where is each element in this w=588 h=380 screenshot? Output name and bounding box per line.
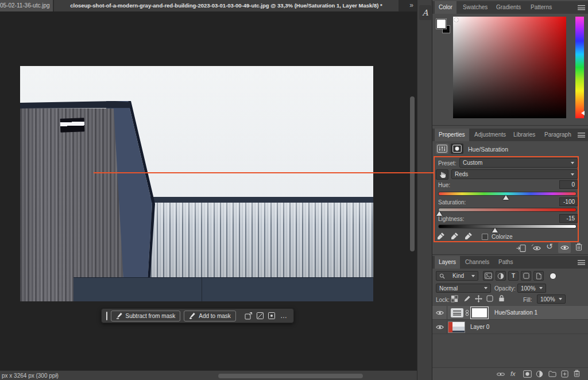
lock-all-button[interactable]	[498, 294, 505, 302]
canvas-vertical-scrollbar[interactable]	[410, 96, 415, 251]
layer-visibility-toggle[interactable]	[432, 320, 447, 334]
canvas-horizontal-scrollbar[interactable]	[218, 374, 363, 378]
saturation-slider-thumb[interactable]	[436, 211, 442, 216]
adjustment-circle-icon	[536, 370, 543, 378]
color-field-cursor[interactable]	[454, 18, 458, 22]
add-to-mask-button[interactable]: Add to mask	[184, 311, 236, 321]
new-layer-button[interactable]	[561, 370, 568, 378]
layer-row-hue-saturation[interactable]: Hue/Saturation 1	[432, 306, 588, 320]
toggle-visibility-button[interactable]	[558, 242, 571, 253]
hue-value-field[interactable]: 0	[559, 180, 578, 189]
invert-mask-button[interactable]	[245, 311, 253, 321]
layer-row-layer0[interactable]: Layer 0	[432, 320, 588, 334]
clip-to-layer-button[interactable]	[516, 244, 526, 253]
filter-adjustment-layers-button[interactable]	[496, 271, 506, 281]
filter-shape-layers-button[interactable]	[521, 271, 531, 281]
channel-dropdown[interactable]: Reds	[451, 169, 578, 179]
lock-transparency-button[interactable]	[451, 295, 458, 303]
more-options-button[interactable]: …	[279, 312, 289, 320]
tab-overflow-icon[interactable]: »	[409, 0, 413, 11]
filter-pixel-layers-button[interactable]	[483, 271, 493, 281]
disable-mask-button[interactable]	[256, 311, 264, 321]
delete-adjustment-button[interactable]	[575, 243, 582, 251]
fill-dropdown[interactable]: 100%	[537, 294, 566, 304]
tab-patterns[interactable]: Patterns	[527, 1, 556, 14]
hue-ramp[interactable]	[575, 17, 584, 118]
hue-ramp-slider[interactable]	[581, 111, 585, 115]
opacity-dropdown[interactable]: 100%	[517, 284, 546, 293]
chevron-down-icon	[471, 275, 475, 277]
color-saturation-field[interactable]	[453, 17, 566, 118]
layer-image-thumbnail[interactable]	[448, 321, 465, 333]
tab-libraries[interactable]: Libraries	[509, 129, 539, 141]
hue-slider-thumb[interactable]	[503, 195, 509, 200]
shape-filter-icon	[523, 273, 529, 279]
blend-mode-dropdown[interactable]: Normal	[436, 284, 491, 293]
layer-effects-button[interactable]: fx	[510, 370, 516, 377]
delete-layer-button[interactable]	[574, 370, 580, 377]
add-layer-mask-button[interactable]	[523, 370, 532, 378]
tab-swatches[interactable]: Swatches	[459, 1, 492, 14]
layer-filter-toggle[interactable]	[550, 273, 556, 280]
foreground-color-swatch[interactable]	[436, 18, 447, 29]
filter-smart-objects-button[interactable]	[533, 271, 544, 281]
eyedropper-button[interactable]	[437, 232, 446, 241]
smart-object-filter-icon	[536, 273, 541, 280]
panel-menu-icon[interactable]	[578, 260, 585, 265]
link-layers-button[interactable]	[497, 372, 505, 377]
tab-paths[interactable]: Paths	[494, 256, 517, 269]
eyedropper-subtract-button[interactable]	[465, 232, 474, 241]
subtract-from-mask-button[interactable]: Subtract from mask	[111, 311, 181, 321]
mask-settings-button[interactable]	[268, 311, 276, 321]
saturation-value-field[interactable]: -100	[559, 197, 578, 206]
saturation-slider-track[interactable]	[438, 208, 577, 212]
layer-name[interactable]: Layer 0	[470, 324, 489, 330]
layer-filter-dropdown[interactable]: Kind	[436, 271, 478, 281]
tab-adjustments[interactable]: Adjustments	[470, 129, 510, 141]
invert-mask-icon	[245, 312, 253, 320]
lightness-value-field[interactable]: -15	[559, 214, 578, 223]
tab-paragraph[interactable]: Paragraph	[540, 129, 575, 141]
tab-color[interactable]: Color	[435, 1, 457, 14]
layer-mask-thumbnail[interactable]	[470, 307, 489, 319]
document-tab-bar: 05-02-11-36-utc.jpg closeup-shot-of-a-mo…	[0, 0, 417, 11]
lock-position-button[interactable]	[475, 295, 482, 303]
status-expand-icon[interactable]: ›	[55, 371, 57, 378]
reset-adjustment-button[interactable]: ↺	[546, 242, 553, 251]
panel-menu-icon[interactable]	[578, 133, 585, 138]
layer-name[interactable]: Hue/Saturation 1	[494, 309, 537, 316]
lightness-slider-thumb[interactable]	[492, 228, 498, 232]
fill-label: Fill:	[523, 297, 532, 303]
layer-mask-icon	[452, 145, 462, 153]
eyedropper-add-button[interactable]	[451, 232, 460, 241]
view-previous-state-button[interactable]	[531, 243, 542, 252]
lock-pixels-button[interactable]	[463, 295, 471, 303]
tab-layers[interactable]: Layers	[435, 256, 460, 269]
targeted-adjustment-button[interactable]	[436, 169, 448, 180]
tab-channels[interactable]: Channels	[461, 256, 493, 269]
toolbar-drag-handle[interactable]	[106, 312, 107, 320]
tab-properties[interactable]: Properties	[435, 129, 469, 141]
document-status-bar: px x 3264 px (300 ppi) ›	[0, 370, 417, 380]
lightness-slider-track[interactable]	[438, 224, 577, 228]
previous-state-eye-icon	[531, 243, 542, 252]
preset-dropdown[interactable]: Custom	[459, 158, 578, 168]
new-group-button[interactable]	[548, 370, 556, 378]
new-adjustment-layer-button[interactable]	[536, 370, 543, 378]
lock-artboard-button[interactable]	[486, 295, 493, 302]
adjustment-layer-thumbnail[interactable]	[451, 308, 463, 317]
document-tab-inactive[interactable]: 05-02-11-36-utc.jpg	[0, 0, 53, 11]
saturation-label: Saturation:	[438, 199, 466, 205]
trash-icon	[575, 243, 582, 251]
tab-gradients[interactable]: Gradients	[492, 1, 525, 14]
layer-visibility-toggle[interactable]	[432, 306, 447, 320]
document-tab-active[interactable]: closeup-shot-of-a-modern-gray-and-red-bu…	[54, 0, 399, 11]
chevron-down-icon	[559, 298, 562, 300]
panel-menu-icon[interactable]	[578, 5, 585, 10]
mask-badge[interactable]	[451, 144, 463, 154]
colorize-checkbox[interactable]	[482, 234, 488, 240]
fonts-panel-icon[interactable]: A	[419, 5, 431, 20]
filter-type-layers-button[interactable]: T	[508, 271, 519, 281]
document-canvas-image[interactable]	[20, 66, 373, 301]
brush-icon	[463, 295, 471, 303]
